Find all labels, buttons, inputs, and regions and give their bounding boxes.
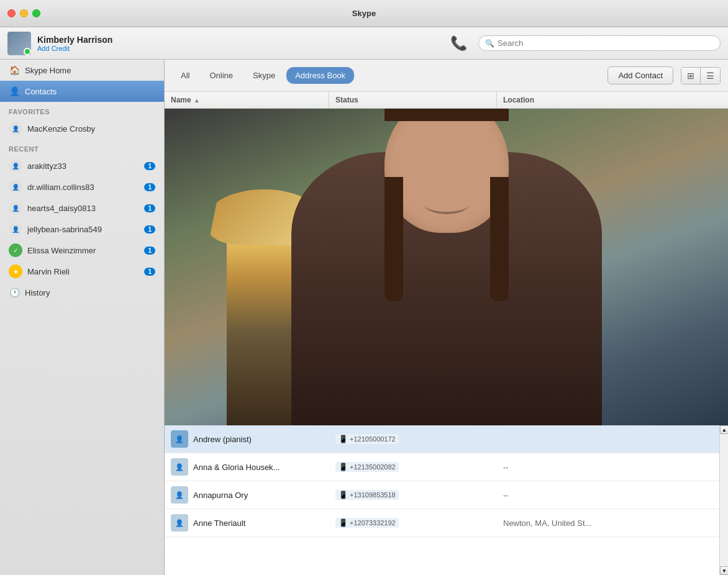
contact-avatar: 👤 xyxy=(9,201,22,215)
person-hair-right xyxy=(490,177,509,301)
user-info: Kimberly Harrison Add Credit xyxy=(37,35,444,52)
app-title: Skype xyxy=(352,9,376,18)
tab-bar: All Online Skype Address Book Add Contac… xyxy=(165,60,728,92)
home-icon: 🏠 xyxy=(9,65,20,76)
contact-avatar: 👤 xyxy=(9,222,22,236)
content-area: All Online Skype Address Book Add Contac… xyxy=(165,60,728,575)
favorites-header: FAVORITES xyxy=(0,102,164,118)
phone-icon-sm: 📱 xyxy=(339,463,348,471)
maximize-button[interactable] xyxy=(32,9,40,17)
user-name: Kimberly Harrison xyxy=(37,35,444,45)
sidebar-contact-dr-william[interactable]: 👤 dr.william.collins83 1 xyxy=(0,176,164,197)
column-headers: Name ▲ Status Location xyxy=(165,92,728,109)
contact-row-location: -- xyxy=(497,486,728,505)
sidebar-item-skype-home[interactable]: 🏠 Skype Home xyxy=(0,60,164,81)
contact-row-status: 📱 +12105000172 xyxy=(329,429,497,449)
video-placeholder xyxy=(165,109,728,425)
contact-avatar: ★ xyxy=(9,265,22,278)
contact-row-status: 📱 +12073332192 xyxy=(329,513,497,533)
scrollbar[interactable]: ▲ ▼ xyxy=(719,425,728,575)
search-input[interactable] xyxy=(498,38,714,48)
window-controls xyxy=(7,9,40,17)
sidebar-contact-marvin[interactable]: ★ Marvin Rieli 1 xyxy=(0,261,164,282)
contact-name: jellybean-sabrina549 xyxy=(27,225,102,234)
sidebar-item-label: Contacts xyxy=(25,87,57,96)
contact-name: dr.william.collins83 xyxy=(27,183,94,192)
contacts-list-wrapper: 👤 Andrew (pianist) 📱 +12105000172 xyxy=(165,425,728,575)
scrollbar-track xyxy=(720,434,728,566)
view-toggle: ⊞ ☰ xyxy=(681,67,721,84)
minimize-button[interactable] xyxy=(20,9,28,17)
sidebar-contact-arakittyz33[interactable]: 👤 arakittyz33 1 xyxy=(0,155,164,176)
contact-row-name: 👤 Andrew (pianist) xyxy=(165,425,329,453)
tab-skype[interactable]: Skype xyxy=(244,67,284,84)
contacts-list: 👤 Andrew (pianist) 📱 +12105000172 xyxy=(165,425,728,575)
online-status-dot xyxy=(24,48,31,55)
status-column-header[interactable]: Status xyxy=(329,92,497,108)
phone-icon[interactable]: 📞 xyxy=(450,35,467,52)
table-row[interactable]: 👤 Anna & Gloria Housek... 📱 +12135002082… xyxy=(165,453,728,481)
contact-row-name: 👤 Anne Theriault xyxy=(165,509,329,537)
tab-online[interactable]: Online xyxy=(201,67,242,84)
name-column-header[interactable]: Name ▲ xyxy=(165,92,329,108)
sidebar-contact-elissa[interactable]: ✓ Elissa Weinzimmer 1 xyxy=(0,240,164,261)
phone-icon-sm: 📱 xyxy=(339,435,348,443)
contact-avatar: ✓ xyxy=(9,243,22,257)
contact-row-location: Newton, MA, United St... xyxy=(497,514,728,533)
contact-name: Elissa Weinzimmer xyxy=(27,246,96,255)
contact-row-status: 📱 +13109853518 xyxy=(329,485,497,505)
phone-icon-sm: 📱 xyxy=(339,518,348,527)
table-row[interactable]: 👤 Anne Theriault 📱 +12073332192 Newton, … xyxy=(165,509,728,537)
contact-avatar: 👤 xyxy=(171,514,188,532)
grid-view-button[interactable]: ⊞ xyxy=(681,68,701,84)
unread-badge: 1 xyxy=(144,225,155,233)
sidebar-item-label: Skype Home xyxy=(25,66,71,75)
contact-avatar: 👤 xyxy=(171,430,188,448)
scrollbar-up-button[interactable]: ▲ xyxy=(720,425,728,434)
sidebar-contact-mackenzie-crosby[interactable]: 👤 MacKenzie Crosby xyxy=(0,118,164,139)
unread-badge: 1 xyxy=(144,162,155,170)
scrollbar-down-button[interactable]: ▼ xyxy=(720,566,728,575)
location-column-header[interactable]: Location xyxy=(497,92,728,108)
sort-arrow-icon: ▲ xyxy=(194,97,200,104)
contact-avatar: 👤 xyxy=(9,180,22,194)
sidebar-contact-jellybean[interactable]: 👤 jellybean-sabrina549 1 xyxy=(0,219,164,240)
recent-header: RECENT xyxy=(0,139,164,155)
person-hair-top xyxy=(384,109,509,121)
tab-all[interactable]: All xyxy=(172,67,198,84)
phone-badge: 📱 +12135002082 xyxy=(335,462,399,472)
close-button[interactable] xyxy=(7,9,16,17)
title-bar: Skype xyxy=(0,0,728,27)
contact-row-name: 👤 Annapurna Ory xyxy=(165,481,329,509)
history-icon: 🕐 xyxy=(9,287,20,298)
person-hair-left xyxy=(384,177,403,301)
unread-badge: 1 xyxy=(144,183,155,191)
lamp-body xyxy=(227,239,301,425)
add-contact-button[interactable]: Add Contact xyxy=(607,66,673,84)
add-credit-link[interactable]: Add Credit xyxy=(37,45,444,52)
sidebar: 🏠 Skype Home 👤 Contacts FAVORITES 👤 MacK… xyxy=(0,60,165,575)
table-row[interactable]: 👤 Andrew (pianist) 📱 +12105000172 xyxy=(165,425,728,453)
list-view-button[interactable]: ☰ xyxy=(701,68,720,84)
phone-badge: 📱 +12073332192 xyxy=(335,518,399,528)
contact-avatar: 👤 xyxy=(9,122,22,135)
main-layout: 🏠 Skype Home 👤 Contacts FAVORITES 👤 MacK… xyxy=(0,60,728,575)
video-preview xyxy=(165,109,728,425)
contact-name: MacKenzie Crosby xyxy=(27,124,95,134)
phone-badge: 📱 +13109853518 xyxy=(335,490,399,500)
contact-row-location xyxy=(497,434,728,444)
user-bar: Kimberly Harrison Add Credit 📞 🔍 xyxy=(0,27,728,60)
contact-row-status: 📱 +12135002082 xyxy=(329,457,497,477)
person-smile xyxy=(425,196,468,214)
user-avatar-wrap xyxy=(7,32,31,55)
table-row[interactable]: 👤 Annapurna Ory 📱 +13109853518 -- xyxy=(165,481,728,509)
sidebar-item-contacts[interactable]: 👤 Contacts xyxy=(0,81,164,102)
unread-badge: 1 xyxy=(144,247,155,255)
sidebar-contact-hearts4-daisy[interactable]: 👤 hearts4_daisy0813 1 xyxy=(0,197,164,219)
phone-badge: 📱 +12105000172 xyxy=(335,434,399,444)
tab-address-book[interactable]: Address Book xyxy=(286,67,354,84)
contact-name: Marvin Rieli xyxy=(27,267,70,276)
sidebar-item-history[interactable]: 🕐 History xyxy=(0,282,164,303)
contacts-icon: 👤 xyxy=(9,86,20,97)
contact-name: arakittyz33 xyxy=(27,161,66,171)
